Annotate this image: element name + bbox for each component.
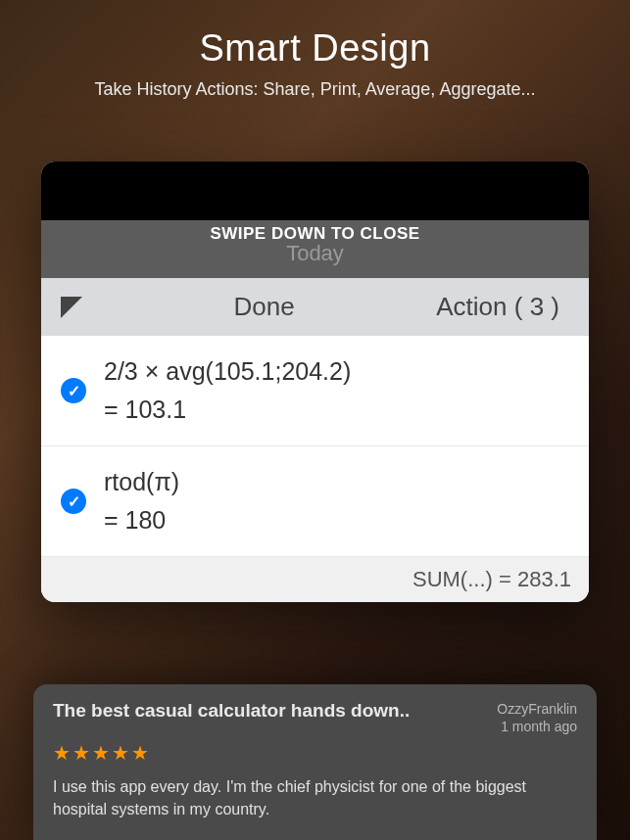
review-body: I use this app every day. I'm the chief …: [53, 776, 577, 820]
card-top-bar: [41, 162, 589, 220]
history-item[interactable]: ✓ 2/3 × avg(105.1;204.2) = 103.1: [41, 336, 589, 446]
sum-footer: SUM(...) = 283.1: [41, 557, 589, 602]
calc-expression: 2/3 × avg(105.1;204.2): [104, 357, 569, 386]
done-button[interactable]: Done: [92, 292, 436, 322]
review-title: The best casual calculator hands down..: [53, 700, 497, 722]
calc-result: = 180: [104, 506, 569, 535]
review-time: 1 month ago: [497, 718, 577, 735]
star-rating-icon: ★★★★★: [53, 741, 577, 765]
swipe-header[interactable]: SWIPE DOWN TO CLOSE Today: [41, 220, 589, 278]
calc-content: rtod(π) = 180: [104, 468, 569, 535]
hero-subtitle: Take History Actions: Share, Print, Aver…: [0, 79, 630, 100]
today-label: Today: [41, 241, 589, 266]
checkmark-icon[interactable]: ✓: [61, 378, 86, 403]
review-card: The best casual calculator hands down.. …: [33, 684, 597, 840]
review-header: The best casual calculator hands down.. …: [53, 700, 577, 735]
history-list: ✓ 2/3 × avg(105.1;204.2) = 103.1 ✓ rtod(…: [41, 336, 589, 557]
review-author: OzzyFranklin: [497, 700, 577, 718]
action-button[interactable]: Action ( 3 ): [436, 292, 569, 322]
calc-expression: rtod(π): [104, 468, 569, 496]
calc-result: = 103.1: [104, 396, 569, 424]
review-meta: OzzyFranklin 1 month ago: [497, 700, 577, 735]
history-card: SWIPE DOWN TO CLOSE Today Done Action ( …: [41, 162, 589, 602]
history-toolbar: Done Action ( 3 ): [41, 278, 589, 336]
calc-content: 2/3 × avg(105.1;204.2) = 103.1: [104, 357, 569, 424]
hero-title: Smart Design: [0, 0, 630, 70]
checkmark-icon[interactable]: ✓: [61, 489, 86, 514]
history-item[interactable]: ✓ rtod(π) = 180: [41, 446, 589, 557]
dropdown-triangle-icon[interactable]: [61, 297, 82, 318]
